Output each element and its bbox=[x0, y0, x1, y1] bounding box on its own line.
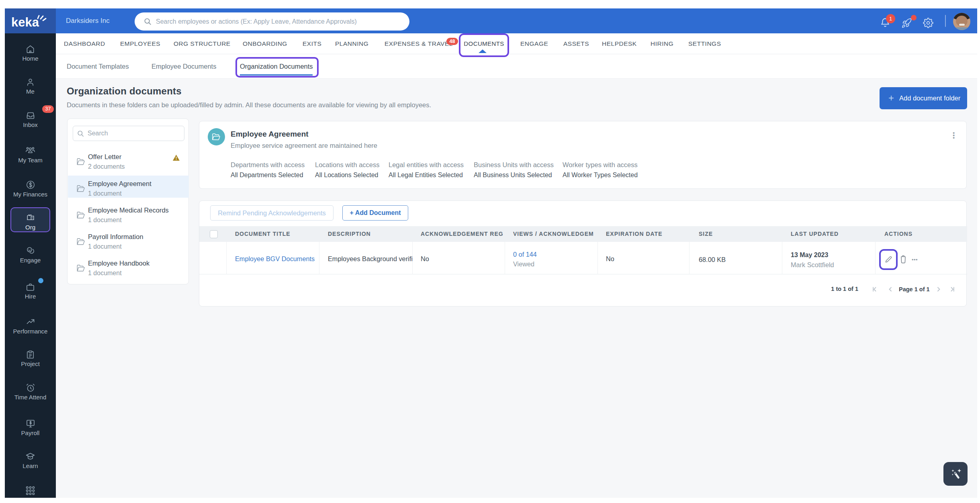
svg-text:keka: keka bbox=[11, 15, 39, 29]
